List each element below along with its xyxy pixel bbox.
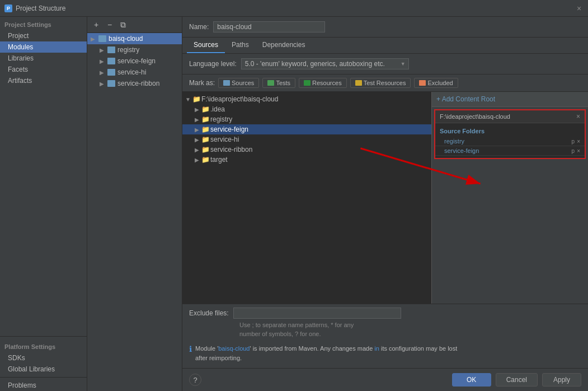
- folder-icon-service-feign: 📁: [201, 125, 209, 133]
- module-icon: [107, 80, 115, 87]
- mark-excluded-button[interactable]: Excluded: [414, 78, 458, 88]
- content-root-title-row: F:\ideaproject\baisq-cloud ×: [435, 110, 585, 123]
- language-level-select-wrapper: 5.0 - 'enum' keyword, generics, autoboxi…: [241, 58, 409, 69]
- right-panel-header: + Add Content Root: [432, 92, 588, 107]
- add-module-button[interactable]: +: [91, 19, 102, 30]
- sources-color-icon: [223, 80, 230, 86]
- platform-settings-label: Platform Settings: [0, 339, 87, 352]
- sidebar-item-global-libraries[interactable]: Global Libraries: [0, 364, 87, 375]
- title-bar: P Project Structure ×: [0, 0, 588, 17]
- name-row: Name:: [182, 17, 588, 38]
- chevron-icon: ▶: [100, 47, 105, 53]
- tree-node-service-hi[interactable]: ▶ 📁 service-hi: [182, 134, 431, 145]
- tree-root-path: F:\ideaproject\baisq-cloud: [201, 95, 278, 103]
- folder-icon-service-hi: 📁: [201, 136, 209, 143]
- folder-icon-registry: 📁: [201, 115, 209, 123]
- chevron-icon: ▶: [100, 69, 105, 76]
- source-folder-service-feign-edit[interactable]: p: [572, 148, 575, 154]
- source-folder-registry: registry p ×: [435, 137, 585, 146]
- tree-chevron-service-feign: ▶: [194, 127, 200, 133]
- module-item-service-feign[interactable]: ▶ service-feign: [87, 55, 182, 67]
- folder-icon-idea: 📁: [201, 105, 209, 113]
- tab-dependencies[interactable]: Dependencies: [256, 38, 312, 53]
- sidebar-item-modules[interactable]: Modules: [0, 41, 87, 53]
- sidebar-divider: [0, 336, 87, 337]
- tree-chevron-registry: ▶: [194, 117, 200, 123]
- tree-node-registry[interactable]: ▶ 📁 registry: [182, 114, 431, 124]
- title-bar-left: P Project Structure: [4, 4, 65, 12]
- content-area: Name: Sources Paths Dependencies Languag…: [182, 17, 588, 391]
- sidebar-item-project[interactable]: Project: [0, 30, 87, 41]
- sidebar-nav: Project Modules Libraries Facets Artifac…: [0, 30, 87, 334]
- help-button[interactable]: ?: [189, 374, 201, 386]
- tree-node-target[interactable]: ▶ 📁 target: [182, 155, 431, 165]
- mark-sources-button[interactable]: Sources: [218, 78, 259, 88]
- module-item-service-hi[interactable]: ▶ service-hi: [87, 67, 182, 78]
- info-icon: ℹ: [189, 345, 192, 353]
- tab-paths[interactable]: Paths: [225, 38, 256, 53]
- name-input[interactable]: [213, 21, 325, 32]
- file-tree: ▼ 📁 F:\ideaproject\baisq-cloud ▶ 📁 .idea: [182, 92, 431, 304]
- info-row: ℹ Module 'baisq-cloud' is imported from …: [189, 342, 581, 365]
- remove-module-button[interactable]: −: [104, 19, 115, 30]
- source-folder-registry-remove[interactable]: ×: [577, 138, 580, 145]
- right-panel: + Add Content Root F:\ideaproject\baisq-…: [431, 92, 588, 304]
- module-name-highlight: baisq-cloud: [218, 345, 250, 352]
- sidebar-item-libraries[interactable]: Libraries: [0, 53, 87, 64]
- content-root-path: F:\ideaproject\baisq-cloud: [440, 113, 510, 120]
- tree-chevron-service-hi: ▶: [194, 137, 200, 143]
- module-list: ▶ baisq-cloud ▶ registry ▶ service-feign: [87, 33, 182, 391]
- resources-color-icon: [304, 80, 311, 86]
- project-settings-label: Project Settings: [0, 17, 87, 30]
- module-icon: [107, 69, 115, 76]
- module-icon: [107, 46, 115, 53]
- language-level-select[interactable]: 5.0 - 'enum' keyword, generics, autoboxi…: [241, 58, 409, 69]
- add-content-root-button[interactable]: + Add Content Root: [436, 95, 495, 103]
- cancel-button[interactable]: Cancel: [496, 373, 538, 387]
- mark-test-resources-button[interactable]: Test Resources: [350, 78, 411, 88]
- tests-color-icon: [267, 80, 274, 86]
- exclude-label: Exclude files:: [189, 309, 229, 317]
- sidebar-item-sdks[interactable]: SDKs: [0, 352, 87, 364]
- chevron-icon: ▶: [100, 81, 105, 87]
- source-folders-label: Source Folders: [435, 125, 585, 137]
- source-folders-section: Source Folders registry p ×: [435, 123, 585, 158]
- tree-node-service-ribbon[interactable]: ▶ 📁 service-ribbon: [182, 145, 431, 155]
- mark-tests-button[interactable]: Tests: [262, 78, 295, 88]
- source-folder-service-feign-name: service-feign: [444, 147, 479, 154]
- module-item-baisq-cloud[interactable]: ▶ baisq-cloud: [87, 33, 182, 44]
- sidebar-item-problems[interactable]: Problems: [0, 380, 87, 391]
- footer: ? OK Cancel Apply: [182, 368, 588, 391]
- tab-sources[interactable]: Sources: [187, 38, 225, 53]
- module-item-service-ribbon[interactable]: ▶ service-ribbon: [87, 78, 182, 89]
- exclude-row: Exclude files:: [189, 308, 581, 319]
- language-level-label: Language level:: [189, 60, 237, 68]
- main-body: ▼ 📁 F:\ideaproject\baisq-cloud ▶ 📁 .idea: [182, 92, 588, 304]
- modules-toolbar: + − ⧉: [87, 17, 182, 33]
- sidebar-item-facets[interactable]: Facets: [0, 64, 87, 75]
- tree-node-service-feign[interactable]: ▶ 📁 service-feign: [182, 124, 431, 134]
- ok-button[interactable]: OK: [452, 373, 491, 387]
- exclude-input[interactable]: [233, 308, 401, 319]
- tabs-row: Sources Paths Dependencies: [182, 38, 588, 54]
- source-folder-registry-actions: p ×: [572, 138, 580, 145]
- bottom-section: Exclude files: Use ; to separate name pa…: [182, 304, 588, 368]
- mark-resources-button[interactable]: Resources: [299, 78, 347, 88]
- source-folder-service-feign-remove[interactable]: ×: [577, 148, 580, 154]
- module-item-registry[interactable]: ▶ registry: [87, 44, 182, 55]
- hint-text-1: Use ; to separate name patterns, * for a…: [189, 321, 581, 338]
- sidebar-divider-2: [0, 377, 87, 378]
- content-root-close-button[interactable]: ×: [576, 113, 580, 120]
- tree-chevron-idea: ▶: [194, 106, 200, 113]
- source-folder-registry-edit[interactable]: p: [572, 138, 575, 145]
- source-folder-service-feign-actions: p ×: [572, 148, 580, 154]
- tree-root-node[interactable]: ▼ 📁 F:\ideaproject\baisq-cloud: [182, 94, 431, 104]
- excluded-color-icon: [419, 80, 426, 86]
- copy-module-button[interactable]: ⧉: [117, 19, 129, 30]
- tree-node-idea[interactable]: ▶ 📁 .idea: [182, 104, 431, 114]
- sidebar-item-artifacts[interactable]: Artifacts: [0, 75, 87, 86]
- close-button[interactable]: ×: [575, 4, 584, 13]
- apply-button[interactable]: Apply: [542, 373, 581, 387]
- sidebar: Project Settings Project Modules Librari…: [0, 17, 87, 391]
- folder-icon-root: 📁: [192, 95, 200, 103]
